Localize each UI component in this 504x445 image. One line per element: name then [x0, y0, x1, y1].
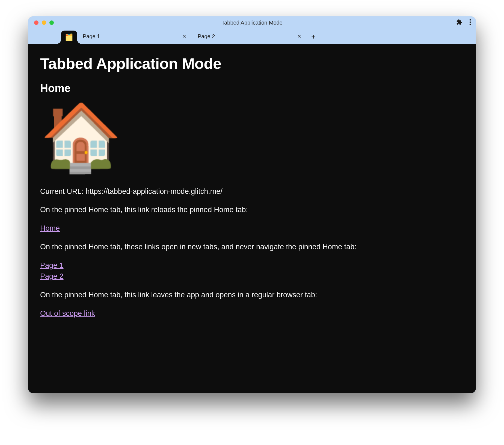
- svg-point-0: [470, 19, 471, 21]
- window-zoom-button[interactable]: [49, 20, 54, 25]
- reload-description: On the pinned Home tab, this link reload…: [40, 204, 464, 215]
- extensions-icon[interactable]: [456, 19, 462, 26]
- traffic-lights: [34, 20, 54, 25]
- page-2-link[interactable]: Page 2: [40, 271, 464, 282]
- tab-page-1[interactable]: Page 1 ✕: [77, 31, 192, 42]
- page-title: Tabbed Application Mode: [40, 55, 464, 72]
- outofscope-description: On the pinned Home tab, this link leaves…: [40, 290, 464, 300]
- tab-page-2[interactable]: Page 2 ✕: [192, 31, 307, 42]
- home-link[interactable]: Home: [40, 224, 60, 232]
- tabstrip: 🗂️ Page 1 ✕ Page 2 ✕ ＋: [28, 29, 476, 44]
- page-1-link[interactable]: Page 1: [40, 260, 464, 271]
- new-tab-button[interactable]: ＋: [307, 31, 320, 42]
- current-url-text: Current URL: https://tabbed-application-…: [40, 186, 464, 197]
- newtabs-description: On the pinned Home tab, these links open…: [40, 242, 464, 252]
- close-icon[interactable]: ✕: [181, 33, 188, 40]
- window-title: Tabbed Application Mode: [32, 20, 472, 26]
- app-window: Tabbed Application Mode 🗂️ Page 1 ✕ Page: [28, 16, 476, 393]
- window-minimize-button[interactable]: [42, 20, 46, 25]
- pinned-home-tab[interactable]: 🗂️: [61, 31, 77, 44]
- tab-label: Page 2: [198, 33, 215, 40]
- more-menu-icon[interactable]: [469, 19, 471, 26]
- svg-point-1: [470, 22, 471, 23]
- window-close-button[interactable]: [34, 20, 38, 25]
- house-icon: 🏠: [40, 104, 464, 170]
- tab-label: Page 1: [83, 33, 100, 40]
- out-of-scope-link[interactable]: Out of scope link: [40, 309, 95, 318]
- close-icon[interactable]: ✕: [296, 33, 303, 40]
- titlebar: Tabbed Application Mode: [28, 16, 476, 29]
- pinned-tab-icon: 🗂️: [65, 33, 73, 41]
- page-content: Tabbed Application Mode Home 🏠 Current U…: [28, 44, 476, 393]
- page-subtitle: Home: [40, 82, 464, 94]
- plus-icon: ＋: [310, 32, 317, 41]
- svg-point-2: [470, 24, 471, 25]
